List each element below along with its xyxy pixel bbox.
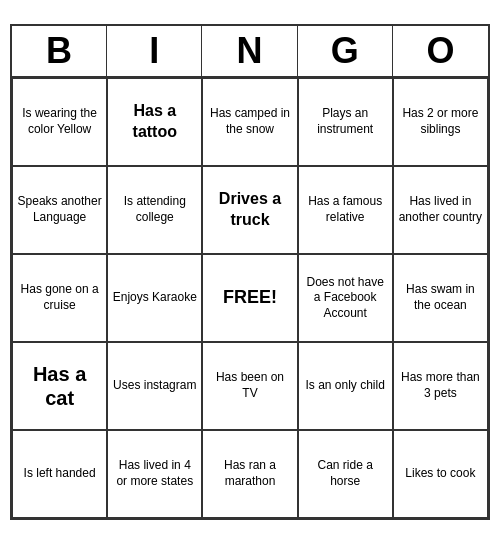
bingo-cell: Enjoys Karaoke [107,254,202,342]
bingo-cell: Uses instagram [107,342,202,430]
header-letter: O [393,26,488,76]
bingo-cell: Has been on TV [202,342,297,430]
bingo-cell: Is left handed [12,430,107,518]
bingo-grid: Is wearing the color YellowHas a tattooH… [12,78,488,518]
bingo-cell: Has lived in another country [393,166,488,254]
bingo-cell: Plays an instrument [298,78,393,166]
bingo-cell: Has lived in 4 or more states [107,430,202,518]
bingo-cell: Is an only child [298,342,393,430]
header-letter: I [107,26,202,76]
bingo-cell: Has camped in the snow [202,78,297,166]
bingo-cell: FREE! [202,254,297,342]
bingo-cell: Has a tattoo [107,78,202,166]
bingo-cell: Has 2 or more siblings [393,78,488,166]
bingo-cell: Has more than 3 pets [393,342,488,430]
bingo-cell: Is wearing the color Yellow [12,78,107,166]
bingo-header: BINGO [12,26,488,78]
bingo-cell: Is attending college [107,166,202,254]
bingo-cell: Has a cat [12,342,107,430]
bingo-cell: Can ride a horse [298,430,393,518]
bingo-cell: Does not have a Facebook Account [298,254,393,342]
bingo-cell: Speaks another Language [12,166,107,254]
bingo-cell: Likes to cook [393,430,488,518]
bingo-cell: Has swam in the ocean [393,254,488,342]
bingo-cell: Drives a truck [202,166,297,254]
bingo-cell: Has a famous relative [298,166,393,254]
header-letter: B [12,26,107,76]
bingo-card: BINGO Is wearing the color YellowHas a t… [10,24,490,520]
bingo-cell: Has gone on a cruise [12,254,107,342]
header-letter: N [202,26,297,76]
bingo-cell: Has ran a marathon [202,430,297,518]
header-letter: G [298,26,393,76]
